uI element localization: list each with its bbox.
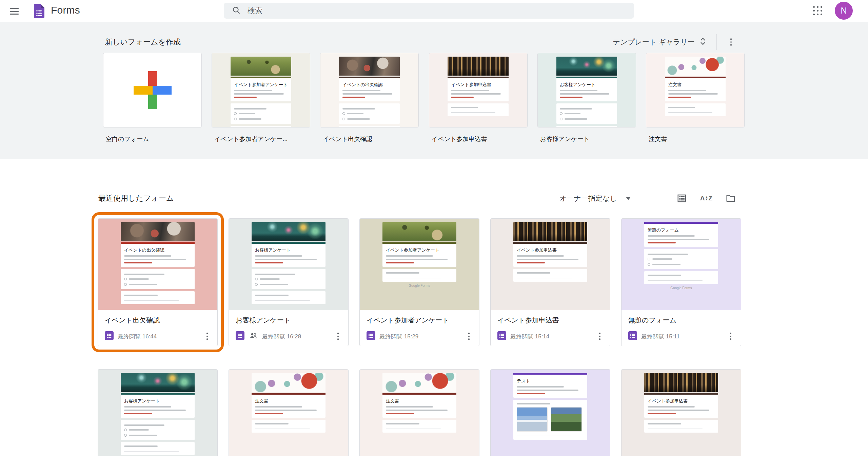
- forms-logo-icon[interactable]: [34, 4, 44, 19]
- template-card-label: お客様アンケート: [540, 135, 636, 143]
- preview-form-title: イベントの出欠確認: [342, 82, 396, 88]
- preview-form-title: イベント参加申込書: [648, 398, 715, 404]
- form-header-photo: [121, 222, 195, 241]
- template-card[interactable]: イベント参加者アンケート: [212, 53, 310, 127]
- preview-form-title: イベント参加者アンケート: [234, 82, 288, 88]
- search-bar[interactable]: [224, 3, 634, 19]
- form-header-photo: [448, 57, 508, 76]
- template-cards-row: 空白のフォーム イベント参加者アンケート: [0, 47, 868, 143]
- menu-icon[interactable]: [7, 4, 21, 18]
- apps-grid-icon[interactable]: [810, 3, 826, 19]
- google-forms-footer: Google Forms: [382, 284, 456, 288]
- recent-form-card[interactable]: イベント参加申込書: [621, 369, 741, 456]
- preview-form-title: 無題のフォーム: [648, 227, 715, 233]
- recent-form-title: お客様アンケート: [236, 316, 345, 325]
- preview-form-title: 注文書: [255, 398, 322, 404]
- template-gallery-button[interactable]: テンプレート ギャラリー: [613, 37, 706, 47]
- last-viewed-text: 最終閲覧 16:28: [262, 333, 301, 340]
- card-more-options-icon[interactable]: [331, 330, 345, 343]
- recent-form-card[interactable]: お客様アンケート お客様アンケート: [229, 218, 349, 346]
- form-header-photo: [121, 373, 195, 392]
- form-header-photo: [382, 222, 456, 241]
- forms-doc-icon: [628, 331, 637, 341]
- form-header-photo: [665, 57, 726, 76]
- search-icon: [232, 6, 241, 16]
- preview-form-title: イベント参加申込書: [517, 247, 584, 253]
- preview-form-title: イベント参加申込書: [451, 82, 505, 88]
- form-preview-thumbnail: 無題のフォーム Google Forms: [622, 219, 741, 310]
- preview-form-title: お客様アンケート: [560, 82, 614, 88]
- dropdown-caret-icon: [626, 197, 631, 200]
- template-more-options-icon[interactable]: [724, 35, 738, 49]
- template-gallery-label: テンプレート ギャラリー: [613, 37, 695, 47]
- owner-filter-dropdown[interactable]: オーナー指定なし: [559, 194, 631, 203]
- form-preview-thumbnail: イベントの出欠確認: [98, 219, 217, 310]
- preview-form-title: テスト: [517, 378, 584, 384]
- recent-form-card[interactable]: お客様アンケート: [98, 369, 218, 456]
- new-form-heading: 新しいフォームを作成: [105, 37, 181, 47]
- recent-form-card[interactable]: 無題のフォーム Google Forms 無題のフォーム: [621, 218, 741, 346]
- forms-doc-icon: [105, 331, 114, 341]
- recent-form-card[interactable]: テスト: [490, 369, 610, 456]
- recent-form-card[interactable]: イベント参加申込書 イベント参加申込書: [490, 218, 610, 346]
- form-header-photo: [644, 373, 718, 392]
- open-folder-icon[interactable]: [724, 191, 738, 205]
- form-header-photo: [339, 57, 400, 76]
- form-header-photo: [231, 57, 291, 76]
- preview-form-title: 注文書: [386, 398, 453, 404]
- last-viewed-text: 最終閲覧 15:11: [641, 333, 680, 340]
- form-preview-thumbnail: イベント参加申込書: [491, 219, 610, 310]
- last-viewed-text: 最終閲覧 16:44: [118, 333, 157, 340]
- form-preview-thumbnail: イベントの出欠確認: [320, 53, 418, 127]
- recent-forms-row-2: お客様アンケート 注文書: [0, 369, 868, 456]
- recent-form-title: イベント参加者アンケート: [367, 316, 476, 325]
- app-header: Forms N: [0, 0, 868, 22]
- last-viewed-text: 最終閲覧 15:14: [510, 333, 549, 340]
- template-card-label: 注文書: [649, 135, 745, 143]
- card-more-options-icon[interactable]: [462, 330, 476, 343]
- preview-form-title: イベント参加者アンケート: [386, 247, 453, 253]
- preview-form-title: 注文書: [668, 82, 722, 88]
- form-preview-thumbnail: イベント参加者アンケート Google Forms: [360, 219, 479, 310]
- form-header-photo: [556, 57, 617, 76]
- preview-form-title: お客様アンケート: [124, 398, 191, 404]
- form-preview-thumbnail: お客様アンケート: [98, 370, 217, 456]
- recent-forms-heading: 最近使用したフォーム: [98, 193, 174, 203]
- form-preview-thumbnail: イベント参加申込書: [429, 53, 527, 127]
- form-header-photo: [252, 373, 326, 392]
- template-card[interactable]: お客様アンケート: [537, 53, 636, 127]
- photo-option-mountain: [551, 407, 582, 432]
- card-more-options-icon[interactable]: [200, 330, 214, 343]
- template-card-label: イベント参加申込書: [432, 135, 528, 143]
- form-header-photo: [252, 222, 326, 241]
- last-viewed-text: 最終閲覧 15:29: [379, 333, 418, 340]
- list-view-icon[interactable]: [675, 191, 689, 205]
- forms-doc-icon: [236, 331, 244, 341]
- owner-filter-label: オーナー指定なし: [559, 194, 617, 203]
- form-header-photo: [382, 373, 456, 392]
- recent-form-card[interactable]: イベント参加者アンケート Google Forms イベント参加者アンケート: [359, 218, 479, 346]
- template-card[interactable]: 注文書: [646, 53, 745, 127]
- sort-az-icon[interactable]: A▲▼Z: [699, 191, 713, 205]
- template-card[interactable]: [103, 53, 202, 127]
- search-input[interactable]: [248, 6, 587, 15]
- photo-option-fuji: [517, 407, 548, 432]
- recent-form-card[interactable]: 注文書: [229, 369, 349, 456]
- blank-form-plus-icon: [103, 53, 201, 127]
- divider: [716, 34, 717, 50]
- form-preview-thumbnail: お客様アンケート: [229, 219, 348, 310]
- form-preview-thumbnail: イベント参加申込書: [622, 370, 741, 456]
- recent-form-title: イベント出欠確認: [105, 316, 214, 325]
- card-more-options-icon[interactable]: [593, 330, 607, 343]
- recent-form-title: イベント参加申込書: [497, 316, 607, 325]
- template-card-label: イベント出欠確認: [323, 135, 419, 143]
- template-card[interactable]: イベントの出欠確認: [320, 53, 419, 127]
- template-card[interactable]: イベント参加申込書: [429, 53, 528, 127]
- recent-form-card[interactable]: イベントの出欠確認 イベント出欠確認: [98, 218, 218, 346]
- form-preview-thumbnail: テスト: [491, 370, 610, 456]
- template-card-label: イベント参加者アンケー...: [214, 135, 310, 143]
- account-avatar[interactable]: N: [835, 2, 853, 20]
- recent-form-card[interactable]: 注文書: [359, 369, 479, 456]
- form-preview-thumbnail: 注文書: [360, 370, 479, 456]
- card-more-options-icon[interactable]: [724, 330, 737, 343]
